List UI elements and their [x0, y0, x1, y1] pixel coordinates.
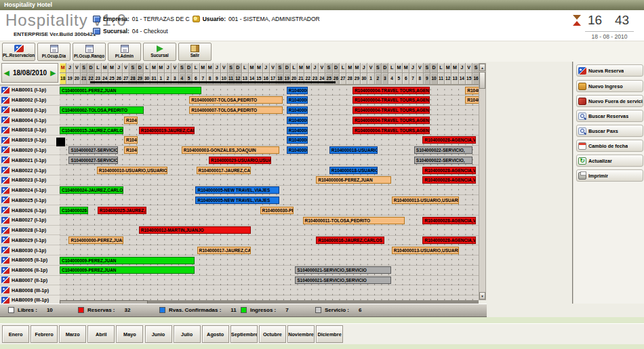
toolbar-button-pl-admin[interactable]: Pl.Admin [108, 43, 141, 61]
month-button-octubre[interactable]: Octubre [259, 325, 286, 343]
month-button-julio[interactable]: Julio [174, 325, 201, 343]
room-row[interactable]: HAB0004 (I-1p) [0, 115, 60, 125]
reservation-bar[interactable]: C104000015-JAUREZ,CARLOS [60, 127, 123, 134]
reservation-bar[interactable]: R104000017-JAUREZ,CARL [197, 247, 251, 254]
reservation-bar[interactable]: S104000021-SERVICIO,SERVICIO [295, 276, 391, 284]
chart-row[interactable] [60, 215, 480, 226]
reservation-bar[interactable]: C104000009-PEREZ,JUAN [60, 257, 195, 264]
room-row[interactable]: HAB0021 (I-1p) [0, 155, 60, 165]
reservation-bar[interactable]: R1040000 [287, 106, 308, 114]
reservation-bar[interactable]: S104000027-SERVICIO, [68, 146, 117, 154]
reservation-bar[interactable]: C104000009-PEREZ,JUAN [60, 266, 195, 274]
next-date-arrow-icon[interactable]: ▶ [50, 70, 56, 77]
toolbar-button-salir[interactable]: Salir [178, 43, 212, 61]
sidebar-button-nuevo-fuera-de-servicio[interactable]: Nuevo Fuera de servicio [576, 95, 643, 107]
month-button-abril[interactable]: Abril [87, 325, 115, 343]
reservation-bar[interactable]: R104000013-USUARIO,USUARIO [392, 247, 459, 254]
reservation-bar[interactable]: C104000002-TOLOSA,PEDRITO [60, 106, 144, 114]
reservation-bar[interactable]: R104000012-MARTIN,JUANJO [139, 226, 251, 234]
reservation-planner-grid[interactable]: C104000001-PEREZ,JUANR1040000R104000004-… [60, 85, 480, 300]
chart-row[interactable] [60, 285, 480, 295]
toolbar-button-pl-ocup-rango[interactable]: Pl.Ocup.Rango [73, 43, 106, 61]
chart-row[interactable] [60, 295, 480, 300]
reservation-bar[interactable]: R104000004-TRAVEL TOURS,AGENCIA [353, 96, 430, 104]
reservation-bar[interactable]: R104000007-TOLOSA,PEDRITO [189, 106, 282, 114]
month-button-diciembre[interactable]: Diciembre [316, 325, 343, 343]
room-row[interactable]: HAB0006 (II-1p) [0, 266, 60, 276]
reservation-bar[interactable]: R104000028-AGENCIA,VIA [422, 176, 476, 184]
month-button-agosto[interactable]: Agosto [202, 325, 229, 343]
reservation-bar[interactable]: R1040000 [465, 96, 479, 104]
sidebar-button-buscar-reservas[interactable]: Buscar Reservas [576, 110, 643, 122]
reservation-bar[interactable]: R104000004-TRAVEL TOURS,AGENCIA [353, 87, 430, 94]
reservation-bar[interactable]: R104000025-JAUREZ,C [98, 207, 146, 214]
reservation-bar[interactable]: S104000021-SERVICIO,SERVICIO [295, 266, 391, 274]
reservation-bar[interactable]: R104000028-AGENCIA,VIA [422, 217, 476, 224]
room-row[interactable]: HAB0022 (I-1p) [0, 165, 60, 176]
reservation-bar[interactable]: R1040000 [287, 117, 308, 124]
sidebar-button-nuevo-ingreso[interactable]: Nuevo Ingreso [576, 80, 643, 92]
reservation-bar[interactable]: R104000018-USUARIO,USUARIO [329, 146, 378, 154]
reservation-bar[interactable]: R104000000-PEREZ,JUAN [68, 237, 123, 244]
reservation-bar[interactable]: R104000005-NEW TRAVEL,VIAJES [195, 197, 279, 204]
chart-row[interactable] [60, 136, 480, 146]
sidebar-button-imprimir[interactable]: Imprimir [576, 169, 643, 182]
reservation-bar[interactable]: R104000004-TRAVEL TOURS,AGENCIA [353, 127, 430, 134]
reservation-bar[interactable]: R104000013-USUARIO,USUARIO [392, 197, 459, 204]
reservation-bar[interactable]: C104000024-JAUREZ,CARLOS [60, 186, 123, 194]
room-row[interactable]: HAB0029 (I-1p) [0, 235, 60, 245]
room-row[interactable]: HAB0003 (I-1p) [0, 106, 60, 116]
reservation-bar[interactable]: C104000026- [60, 207, 88, 214]
sidebar-button-buscar-paxs[interactable]: Buscar Paxs [576, 125, 643, 137]
room-row[interactable]: HAB0030 (I-1p) [0, 245, 60, 255]
toolbar-button-pl-reservacion[interactable]: PL.Reservacion [2, 43, 35, 61]
reservation-bar[interactable]: R104000028-AGENCIA,VIA [422, 167, 476, 174]
reservation-bar[interactable]: R104000004-TRAVEL TOURS,AGENCIA [353, 117, 430, 124]
scroll-down-arrow-icon[interactable]: ▼ [479, 292, 485, 300]
reservation-bar[interactable]: C104000001-PEREZ,JUAN [60, 87, 201, 94]
reservation-bar[interactable]: R1040000 [287, 146, 308, 154]
reservation-bar[interactable]: R104000003-GONZALES,JOAQUIN [182, 146, 280, 154]
room-row[interactable]: HAB0025 (I-1p) [0, 195, 60, 205]
chart-row[interactable] [60, 276, 480, 286]
reservation-bar[interactable]: R104000018-USUARIO,USUARIO [329, 167, 378, 174]
vertical-scrollbar[interactable]: ▲ ▼ [479, 63, 486, 300]
reservation-bar[interactable]: R104000010-USUARIO,USUARIO [97, 167, 167, 174]
month-button-enero[interactable]: Enero [2, 325, 29, 343]
reservation-bar[interactable]: R1040000 [287, 96, 308, 104]
reservation-bar[interactable]: R104000028-AGENCIA,VIA [422, 136, 476, 144]
room-row[interactable]: HAB0002 (I-1p) [0, 96, 60, 106]
chart-row[interactable] [60, 176, 480, 186]
toolbar-button-pl-ocup-dia[interactable]: Pl.Ocup.Dia [37, 43, 71, 61]
room-row[interactable]: HAB0019 (I-1p) [0, 136, 60, 146]
reservation-bar[interactable]: R104000019-JAUREZ,CARL [139, 127, 195, 134]
reservation-bar[interactable]: S104000027-SERVICIO, [68, 157, 117, 164]
room-row[interactable]: HAB0023 (I-1p) [0, 176, 60, 186]
reservation-bar[interactable]: R1040 [124, 117, 138, 124]
sidebar-button-nueva-reserva[interactable]: Nueva Reserva [576, 64, 643, 77]
reservation-bar[interactable]: R104000028-AGENCIA,VIA [422, 237, 476, 244]
reservation-bar[interactable]: R104000007-TOLOSA,PEDRITO [189, 96, 282, 104]
toolbar-button-sucursal[interactable]: Sucursal [143, 43, 176, 61]
chart-row[interactable] [60, 226, 480, 236]
reservation-bar[interactable]: R1040 [124, 136, 138, 144]
reservation-bar[interactable]: R104000029-USUARIO,USUARI [209, 157, 271, 164]
month-button-marzo[interactable]: Marzo [59, 325, 86, 343]
reservation-bar[interactable]: R104000011-TOLOSA,PEDRITO [303, 217, 405, 224]
room-row[interactable]: HAB0018 (I-1p) [0, 125, 60, 136]
prev-date-arrow-icon[interactable]: ◀ [4, 70, 9, 77]
reservation-bar[interactable]: R1040000 [287, 136, 308, 144]
sidebar-button-actualizar[interactable]: Actualizar [576, 155, 643, 167]
room-row[interactable]: HAB0009 (III-1p) [0, 295, 60, 304]
scroll-up-arrow-icon[interactable]: ▲ [479, 64, 485, 71]
room-row[interactable]: HAB0027 (I-1p) [0, 215, 60, 226]
room-row[interactable]: HAB0008 (III-1p) [0, 285, 60, 295]
room-row[interactable]: HAB0007 (II-1p) [0, 276, 60, 286]
reservation-bar[interactable]: R104000016-JAUREZ,CARLOS [316, 237, 384, 244]
room-row[interactable]: HAB0026 (I-1p) [0, 205, 60, 215]
reservation-bar[interactable]: R1040000 [287, 127, 308, 134]
room-row[interactable]: HAB0001 (I-1p) [0, 85, 60, 96]
reservation-bar[interactable]: R1040000 [465, 87, 479, 94]
month-button-junio[interactable]: Junio [145, 325, 172, 343]
month-button-noviembre[interactable]: Noviembre [287, 325, 315, 343]
